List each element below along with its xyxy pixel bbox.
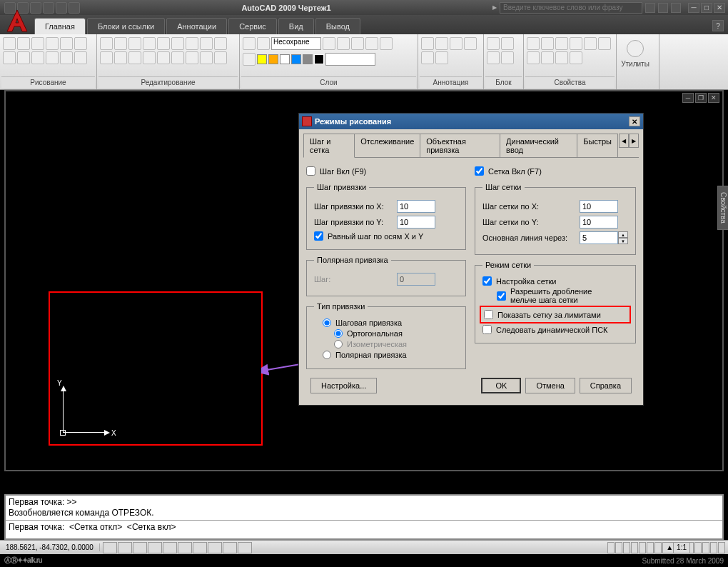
layer-states-icon[interactable] <box>257 37 270 50</box>
layer-iso-icon[interactable] <box>365 37 378 50</box>
sb-osnap-icon[interactable] <box>163 542 177 553</box>
trim-icon[interactable] <box>200 37 213 50</box>
spin-down-icon[interactable]: ▼ <box>618 238 628 244</box>
hatch-icon[interactable] <box>17 51 30 64</box>
snap-y-input[interactable] <box>397 216 435 229</box>
major-line-input[interactable] <box>580 231 618 244</box>
sb-zoom-icon[interactable] <box>639 542 646 553</box>
tab-tracking[interactable]: Отслеживание <box>354 134 420 157</box>
sb-showmotion-icon[interactable] <box>654 542 662 553</box>
sb-model-icon[interactable] <box>607 542 615 553</box>
text-icon[interactable] <box>421 37 434 50</box>
chamfer-icon[interactable] <box>114 51 127 64</box>
tab-osnap[interactable]: Объектная привязка <box>420 134 500 157</box>
erase-icon[interactable] <box>143 51 156 64</box>
qat-print-icon[interactable] <box>43 2 54 14</box>
point-icon[interactable] <box>46 51 59 64</box>
prop-list-icon[interactable] <box>584 37 597 50</box>
doc-restore-icon[interactable]: ❐ <box>695 93 707 103</box>
align-icon[interactable] <box>214 51 227 64</box>
panel-annotation-title[interactable]: Аннотация <box>420 76 482 88</box>
sb-snap-icon[interactable] <box>103 542 117 553</box>
sb-otrack-icon[interactable] <box>178 542 192 553</box>
lengthen-icon[interactable] <box>200 51 213 64</box>
block-edit-icon[interactable] <box>487 51 500 64</box>
block-insert-icon[interactable] <box>487 37 500 50</box>
properties-palette-tab[interactable]: Свойства <box>717 186 728 230</box>
join-icon[interactable] <box>171 51 184 64</box>
prop-a-icon[interactable] <box>598 37 611 50</box>
layer-match-icon[interactable] <box>380 37 393 50</box>
prop-b-icon[interactable] <box>527 51 540 64</box>
tab-snap-grid[interactable]: Шаг и сетка <box>303 134 355 158</box>
panel-layers-title[interactable]: Слои <box>241 76 416 88</box>
doc-minimize-icon[interactable]: ─ <box>682 93 694 103</box>
table2-icon[interactable] <box>421 51 434 64</box>
layer-freeze-icon[interactable] <box>323 37 335 50</box>
sb-clean-icon[interactable] <box>718 542 725 553</box>
help-icon[interactable]: ? <box>712 20 724 31</box>
arc-icon[interactable] <box>46 37 59 50</box>
polygon-icon[interactable] <box>74 37 87 50</box>
search-expand-icon[interactable]: ▶ <box>492 4 497 11</box>
minimize-icon[interactable]: ─ <box>688 3 699 13</box>
prop-color-icon[interactable] <box>541 37 554 50</box>
snap-iso-radio[interactable]: Изометрическая <box>334 340 458 348</box>
tab-output[interactable]: Вывод <box>315 18 360 34</box>
layer-dropdown[interactable] <box>257 54 324 64</box>
close-icon[interactable]: ✕ <box>714 3 725 13</box>
sb-ortho-icon[interactable] <box>133 542 147 553</box>
polyline-icon[interactable] <box>17 37 30 50</box>
field-icon[interactable] <box>435 51 448 64</box>
sb-layout-icon[interactable] <box>615 542 622 553</box>
coords-display[interactable]: 188.5621, -84.7302, 0.0000 <box>0 543 100 551</box>
prop-d-icon[interactable] <box>555 51 568 64</box>
ellipse-icon[interactable] <box>3 51 16 64</box>
dialog-close-icon[interactable]: ✕ <box>629 116 640 126</box>
panel-modify-title[interactable]: Редактирование <box>98 76 238 88</box>
tab-view[interactable]: Вид <box>278 18 314 34</box>
break-icon[interactable] <box>157 51 170 64</box>
dim-icon[interactable] <box>450 37 462 50</box>
panel-block-title[interactable]: Блок <box>485 76 522 88</box>
rotate-icon[interactable] <box>128 37 141 50</box>
favorites-icon[interactable] <box>671 3 681 13</box>
tab-scroll-left-icon[interactable]: ◀ <box>619 134 629 148</box>
snap-ortho-radio[interactable]: Ортогональная <box>334 329 458 338</box>
prop-lw-icon[interactable] <box>555 37 568 50</box>
major-line-spinner[interactable]: ▲▼ <box>580 231 628 244</box>
explode-icon[interactable] <box>128 51 141 64</box>
layer-props-icon[interactable] <box>243 37 256 50</box>
layer-off-icon[interactable] <box>351 37 364 50</box>
sb-ducs-icon[interactable] <box>193 542 207 553</box>
tab-tools[interactable]: Сервис <box>228 18 277 34</box>
layer-name-dropdown[interactable] <box>325 53 375 66</box>
line-icon[interactable] <box>3 37 16 50</box>
spline-icon[interactable] <box>31 51 44 64</box>
snap-type-grid-radio[interactable]: Шаговая привязка <box>323 318 458 327</box>
sb-polar-icon[interactable] <box>148 542 162 553</box>
adaptive-grid-checkbox[interactable]: Настройка сетки <box>482 276 628 286</box>
sb-lock-icon[interactable] <box>710 542 717 553</box>
tab-dyninput[interactable]: Динамический ввод <box>500 134 577 157</box>
utilities-button[interactable]: Утилиты <box>618 36 652 68</box>
annotation-scale[interactable]: ▲ 1:1 <box>662 542 694 553</box>
stretch-icon[interactable] <box>186 51 198 64</box>
settings-button[interactable]: Настройка... <box>310 378 377 393</box>
grid-x-input[interactable] <box>580 200 618 213</box>
sb-lwt-icon[interactable] <box>223 542 237 553</box>
qat-save-icon[interactable] <box>30 2 41 14</box>
tab-quick[interactable]: Быстры <box>577 134 618 157</box>
subdivide-checkbox[interactable]: Разрешить дроблениемельче шага сетки <box>497 287 628 304</box>
tab-annotations[interactable]: Аннотации <box>166 18 227 34</box>
grid-y-input[interactable] <box>580 216 618 229</box>
doc-close-icon[interactable]: ✕ <box>708 93 719 103</box>
layer-prev-icon[interactable] <box>243 53 256 66</box>
move-icon[interactable] <box>100 37 113 50</box>
sb-annoscale-icon[interactable] <box>694 542 702 553</box>
sb-pan-icon[interactable] <box>631 542 638 553</box>
snap-x-input[interactable] <box>397 200 435 213</box>
layer-state-dropdown[interactable]: Несохране <box>271 37 321 50</box>
array-icon[interactable] <box>186 37 198 50</box>
leader-icon[interactable] <box>464 37 477 50</box>
